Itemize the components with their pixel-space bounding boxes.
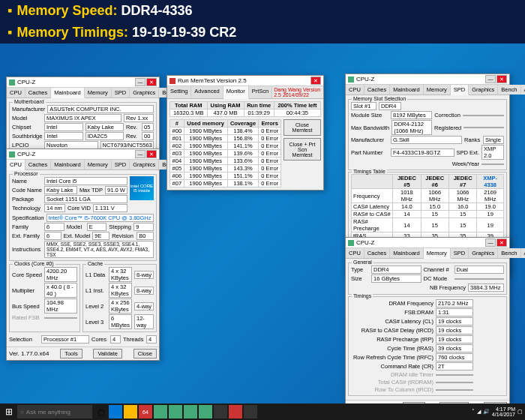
cache-group: Cache L1 Data4 x 32 KBytes8-way L1 Inst.… bbox=[82, 264, 157, 332]
tab-cpu[interactable]: CPU bbox=[346, 85, 364, 94]
memtest-task-icon[interactable] bbox=[229, 405, 242, 418]
tab-advanced[interactable]: Advanced bbox=[191, 86, 223, 98]
tabs: CPU Caches Mainboard Memory SPD Graphics… bbox=[7, 88, 159, 98]
close-button[interactable]: ✕ bbox=[310, 76, 321, 85]
titlebar[interactable]: CPU-Z —✕ bbox=[346, 238, 509, 248]
minimize-button[interactable]: — bbox=[135, 78, 146, 86]
network-icon[interactable]: ◢ bbox=[477, 409, 481, 415]
tab-bench[interactable]: Bench bbox=[498, 248, 520, 258]
cpuz-icon bbox=[348, 76, 354, 82]
tab-memory[interactable]: Memory bbox=[424, 85, 451, 94]
close-button[interactable]: ✕ bbox=[496, 75, 507, 83]
cpuz-task-icon[interactable] bbox=[199, 405, 212, 418]
tab-memory[interactable]: Memory bbox=[424, 248, 451, 259]
tab-graphics[interactable]: Graphics bbox=[130, 160, 159, 170]
tab-about[interactable]: About bbox=[521, 85, 525, 94]
app-icon[interactable]: 64 bbox=[139, 405, 152, 418]
tab-cpu[interactable]: CPU bbox=[7, 160, 26, 170]
search-icon: ○ bbox=[20, 409, 24, 416]
tab-spd[interactable]: SPD bbox=[451, 85, 469, 95]
memtest-window: Run MemTest Version 2.5 ✕ Setting Advanc… bbox=[166, 75, 324, 190]
validate-button[interactable]: Validate bbox=[93, 349, 122, 358]
tab-caches[interactable]: Caches bbox=[364, 248, 390, 258]
tab-spd[interactable]: SPD bbox=[451, 248, 469, 258]
close-button[interactable]: Close bbox=[134, 349, 157, 358]
close-memtest-button[interactable]: Close Memtest bbox=[284, 119, 321, 136]
cpuz-cpu-window: CPU-Z —✕ CPU Caches Mainboard Memory SPD… bbox=[6, 148, 160, 361]
titlebar[interactable]: CPU-Z —✕ bbox=[346, 74, 509, 85]
tab-spd[interactable]: SPD bbox=[112, 88, 130, 98]
tab-prtscn[interactable]: PrtScn bbox=[249, 86, 273, 98]
tab-setting[interactable]: Setting bbox=[167, 86, 191, 98]
task-view-icon[interactable]: ▢ bbox=[94, 405, 107, 418]
search-box[interactable]: ○ Ask me anything bbox=[17, 405, 92, 418]
general-group: General TypeDDR4Channel #Dual Size16 GBy… bbox=[348, 262, 507, 295]
tab-caches[interactable]: Caches bbox=[26, 88, 51, 98]
tab-mainboard[interactable]: Mainboard bbox=[390, 248, 423, 258]
cpuz-icon bbox=[348, 240, 354, 246]
window-title: Run MemTest Version 2.5 bbox=[178, 77, 310, 84]
mb-manufacturer: ASUSTeK COMPUTER INC. bbox=[47, 105, 154, 113]
tab-memory[interactable]: Memory bbox=[85, 88, 112, 98]
tab-bench[interactable]: Bench bbox=[498, 85, 520, 94]
minimize-button[interactable]: — bbox=[485, 238, 496, 247]
chevron-up-icon[interactable]: ˄ bbox=[472, 409, 475, 415]
cpuz-memory-window: CPU-Z —✕ CPU Caches Mainboard Memory SPD… bbox=[345, 237, 510, 414]
tab-caches[interactable]: Caches bbox=[364, 85, 390, 94]
system-tray[interactable]: ˄ ◢ 🔊 4:17 PM 4/14/2017 ▢ bbox=[472, 406, 523, 417]
processor-select[interactable]: Processor #1 bbox=[41, 335, 89, 344]
cpuz-icon bbox=[9, 80, 15, 86]
titlebar[interactable]: CPU-Z — ✕ bbox=[7, 77, 159, 88]
memtest-table: #Used memoryCoverageErrors#001900 MBytes… bbox=[170, 119, 281, 188]
titlebar[interactable]: CPU-Z —✕ bbox=[7, 149, 159, 160]
app-task-icon[interactable] bbox=[214, 405, 227, 418]
tab-mainboard[interactable]: Mainboard bbox=[51, 160, 84, 170]
cpuz-mainboard-window: CPU-Z — ✕ CPU Caches Mainboard Memory SP… bbox=[6, 76, 160, 157]
cpu-spec: Intel® Core™ i5-7600K CPU @ 3.80GHz bbox=[46, 214, 154, 222]
tab-graphics[interactable]: Graphics bbox=[130, 88, 159, 98]
timings-group: Timings DRAM Frequency2170.2 MHzFSB:DRAM… bbox=[348, 296, 507, 396]
tab-memory[interactable]: Memory bbox=[85, 160, 112, 170]
tools-button[interactable]: Tools bbox=[60, 349, 82, 358]
notification-icon[interactable]: ▢ bbox=[518, 409, 523, 415]
window-title: CPU-Z bbox=[17, 79, 135, 86]
banner-line2: ▪Memory Timings: 19-19-19-39 CR2 bbox=[0, 22, 525, 44]
version-red: Dang Wang Version 2.5 2014/09/22 bbox=[272, 86, 323, 98]
tab-cpu[interactable]: CPU bbox=[346, 248, 364, 258]
close-button[interactable]: ✕ bbox=[146, 78, 157, 86]
slot-select[interactable]: Slot #1 bbox=[351, 102, 376, 110]
clock[interactable]: 4:17 PM 4/14/2017 bbox=[492, 406, 515, 417]
tab-mainboard[interactable]: Mainboard bbox=[390, 85, 423, 94]
app-task-icon[interactable] bbox=[244, 405, 257, 418]
close-button[interactable]: ✕ bbox=[496, 238, 507, 247]
volume-icon[interactable]: 🔊 bbox=[483, 409, 490, 415]
window-title: CPU-Z bbox=[356, 239, 485, 246]
cpuz-task-icon[interactable] bbox=[184, 405, 197, 418]
close-prtscn-button[interactable]: Close + Prt Scn Memtest bbox=[284, 138, 321, 160]
titlebar[interactable]: Run MemTest Version 2.5 ✕ bbox=[167, 76, 323, 86]
tab-monitor[interactable]: Monitor bbox=[224, 86, 249, 99]
cpuz-task-icon[interactable] bbox=[169, 405, 182, 418]
window-title: CPU-Z bbox=[356, 76, 485, 82]
tab-about[interactable]: About bbox=[521, 248, 525, 258]
memtest-icon bbox=[170, 78, 176, 84]
tab-cpu[interactable]: CPU bbox=[7, 88, 26, 98]
summary-table: Total RAMUsing RAMRun time200% Time left… bbox=[170, 101, 321, 117]
tab-graphics[interactable]: Graphics bbox=[469, 248, 498, 258]
tab-caches[interactable]: Caches bbox=[26, 160, 51, 170]
tab-spd[interactable]: SPD bbox=[112, 160, 130, 170]
cpuz-task-icon[interactable] bbox=[154, 405, 167, 418]
window-title: CPU-Z bbox=[17, 151, 135, 158]
tab-mainboard[interactable]: Mainboard bbox=[51, 88, 84, 98]
mb-model: MAXIMUS IX APEX bbox=[44, 114, 122, 122]
tab-graphics[interactable]: Graphics bbox=[469, 85, 498, 94]
motherboard-group: Motherboard ManufacturerASUSTeK COMPUTER… bbox=[9, 102, 157, 152]
close-button[interactable]: ✕ bbox=[146, 150, 157, 158]
start-button[interactable]: ⊞ bbox=[2, 405, 16, 418]
slot-group: Memory Slot Selection Slot #1DDR4 Module… bbox=[348, 99, 507, 170]
clocks-group: Clocks (Core #0) Core Speed4200.20 MHz M… bbox=[9, 264, 80, 332]
minimize-button[interactable]: — bbox=[485, 75, 496, 83]
explorer-icon[interactable] bbox=[124, 405, 137, 418]
minimize-button[interactable]: — bbox=[135, 150, 146, 158]
edge-icon[interactable] bbox=[109, 405, 122, 418]
